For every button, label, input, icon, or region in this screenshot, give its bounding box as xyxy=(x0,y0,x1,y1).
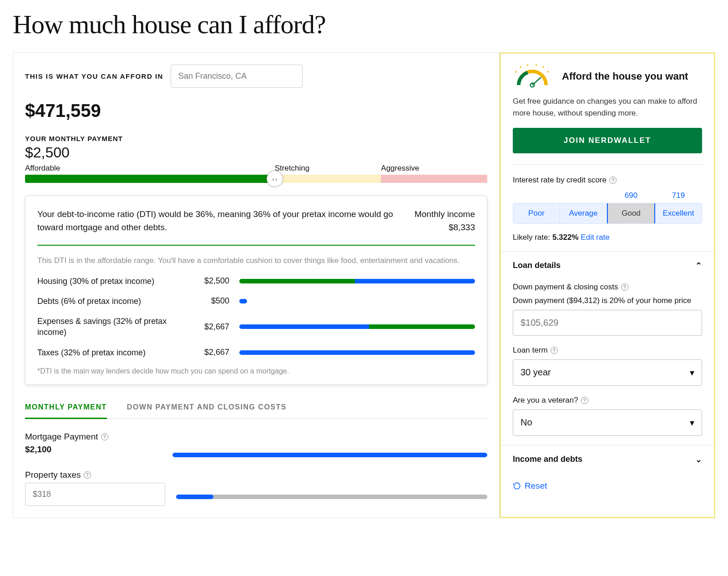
dti-description: Your debt-to-income ratio (DTI) would be… xyxy=(37,208,396,234)
help-icon[interactable]: ? xyxy=(581,397,588,404)
monthly-income-label: Monthly income xyxy=(415,208,475,221)
dti-bar-amount: $2,500 xyxy=(188,276,229,286)
dti-bar-row: Taxes (32% of pretax income)$2,667 xyxy=(37,347,475,358)
afford-label: THIS IS WHAT YOU CAN AFFORD IN xyxy=(25,72,163,80)
income-debts-toggle[interactable]: Income and debts ⌄ xyxy=(501,445,714,474)
loan-term-select[interactable]: 30 year▾ xyxy=(513,359,702,386)
main-panel: THIS IS WHAT YOU CAN AFFORD IN $471,559 … xyxy=(13,53,500,518)
chevron-right-icon: › xyxy=(275,176,277,182)
help-icon[interactable]: ? xyxy=(609,177,617,184)
dti-bar-track xyxy=(239,279,475,283)
payment-tabs: MONTHLY PAYMENT DOWN PAYMENT AND CLOSING… xyxy=(25,403,487,419)
monthly-payment-value: $2,500 xyxy=(25,144,487,161)
dti-bar-row: Housing (30% of pretax income)$2,500 xyxy=(37,276,475,287)
score-max: 719 xyxy=(655,191,702,200)
dti-bar-label: Expenses & savings (32% of pretax income… xyxy=(37,316,183,338)
likely-rate-value: 5.322% xyxy=(552,233,579,242)
zone-labels: Affordable Stretching Aggressive xyxy=(25,164,487,173)
refresh-icon xyxy=(513,482,521,490)
svg-point-5 xyxy=(515,71,516,72)
veteran-label: Are you a veteran? xyxy=(513,396,578,405)
dti-bar-row: Debts (6% of pretax income)$500 xyxy=(37,296,475,307)
dti-card: Your debt-to-income ratio (DTI) would be… xyxy=(25,196,487,385)
credit-score-range: 690 719 xyxy=(513,191,702,200)
page-title: How much house can I afford? xyxy=(13,9,715,40)
credit-score-tabs: Poor Average Good Excellent xyxy=(513,203,702,224)
dti-bar-track xyxy=(239,350,475,355)
monthly-payment-label: YOUR MONTHLY PAYMENT xyxy=(25,135,487,142)
affordability-slider[interactable]: ‹› xyxy=(25,175,487,183)
caret-down-icon: ▾ xyxy=(690,417,694,428)
chevron-down-icon: ⌄ xyxy=(695,455,702,465)
side-title: Afford the house you want xyxy=(562,71,688,82)
help-icon[interactable]: ? xyxy=(101,433,108,440)
reset-link[interactable]: Reset xyxy=(501,474,714,491)
dti-bar-amount: $500 xyxy=(188,296,229,306)
svg-point-3 xyxy=(542,66,544,68)
dti-bar-track xyxy=(239,324,475,329)
help-icon[interactable]: ? xyxy=(551,347,558,354)
down-payment-label: Down payment & closing costs xyxy=(513,283,618,292)
slider-handle[interactable]: ‹› xyxy=(267,171,283,187)
join-nerdwallet-button[interactable]: JOIN NERDWALLET xyxy=(513,128,702,153)
dti-bar-row: Expenses & savings (32% of pretax income… xyxy=(37,316,475,338)
gauge-icon xyxy=(513,64,552,89)
property-taxes-label: Property taxes xyxy=(25,470,81,480)
likely-rate-line: Likely rate: 5.322% Edit rate xyxy=(513,233,702,242)
down-payment-input[interactable] xyxy=(513,310,702,336)
divider xyxy=(513,164,702,165)
dti-bar-label: Debts (6% of pretax income) xyxy=(37,296,183,307)
score-tab-poor[interactable]: Poor xyxy=(513,203,560,223)
score-min: 690 xyxy=(607,191,655,200)
veteran-select[interactable]: No▾ xyxy=(513,409,702,436)
help-icon[interactable]: ? xyxy=(621,283,628,291)
help-icon[interactable]: ? xyxy=(84,471,91,479)
slider-segment-aggressive xyxy=(381,175,487,183)
dti-footnote: *DTI is the main way lenders decide how … xyxy=(37,367,475,375)
property-taxes-input[interactable] xyxy=(25,483,165,506)
mortgage-payment-value: $2,100 xyxy=(25,445,162,455)
mortgage-payment-label: Mortgage Payment xyxy=(25,432,98,442)
slider-segment-stretching xyxy=(275,175,381,183)
interest-rate-label: Interest rate by credit score xyxy=(513,176,607,185)
edit-rate-link[interactable]: Edit rate xyxy=(581,233,609,242)
svg-point-0 xyxy=(520,66,521,68)
slider-segment-affordable xyxy=(25,175,275,183)
dti-bar-amount: $2,667 xyxy=(188,348,229,357)
city-input[interactable] xyxy=(171,65,303,88)
dti-bar-label: Taxes (32% of pretax income) xyxy=(37,347,183,358)
loan-details-toggle[interactable]: Loan details ⌃ xyxy=(501,251,714,280)
loan-term-label: Loan term xyxy=(513,346,548,355)
chevron-left-icon: ‹ xyxy=(272,176,274,182)
monthly-income-value: $8,333 xyxy=(415,221,475,234)
property-taxes-bar[interactable] xyxy=(176,495,487,499)
mortgage-payment-bar xyxy=(172,453,487,457)
dti-bar-track xyxy=(239,299,475,303)
caret-down-icon: ▾ xyxy=(690,367,694,378)
dti-subtext: This DTI is in the affordable range. You… xyxy=(37,255,475,267)
tab-down-payment[interactable]: DOWN PAYMENT AND CLOSING COSTS xyxy=(127,403,287,419)
svg-line-7 xyxy=(532,77,541,85)
score-tab-average[interactable]: Average xyxy=(560,203,607,223)
tab-monthly-payment[interactable]: MONTHLY PAYMENT xyxy=(25,403,107,419)
zone-stretching-label: Stretching xyxy=(275,164,381,173)
svg-point-4 xyxy=(547,71,549,72)
svg-point-1 xyxy=(527,64,528,66)
loan-details-body: Down payment & closing costs? Down payme… xyxy=(501,283,714,445)
dti-bars: Housing (30% of pretax income)$2,500Debt… xyxy=(37,276,475,358)
calculator-layout: THIS IS WHAT YOU CAN AFFORD IN $471,559 … xyxy=(13,52,715,518)
zone-affordable-label: Affordable xyxy=(25,164,275,173)
affordable-price: $471,559 xyxy=(25,101,487,121)
score-tab-excellent[interactable]: Excellent xyxy=(655,203,702,223)
chevron-up-icon: ⌃ xyxy=(695,261,702,271)
side-panel: Afford the house you want Get free guida… xyxy=(500,52,715,518)
score-tab-good[interactable]: Good xyxy=(607,203,655,223)
zone-aggressive-label: Aggressive xyxy=(381,164,487,173)
dti-bar-label: Housing (30% of pretax income) xyxy=(37,276,183,287)
dti-bar-amount: $2,667 xyxy=(188,322,229,332)
svg-point-2 xyxy=(536,64,537,66)
side-description: Get free guidance on changes you can mak… xyxy=(513,96,702,120)
down-payment-description: Down payment ($94,312) is 20% of your ho… xyxy=(513,296,702,305)
